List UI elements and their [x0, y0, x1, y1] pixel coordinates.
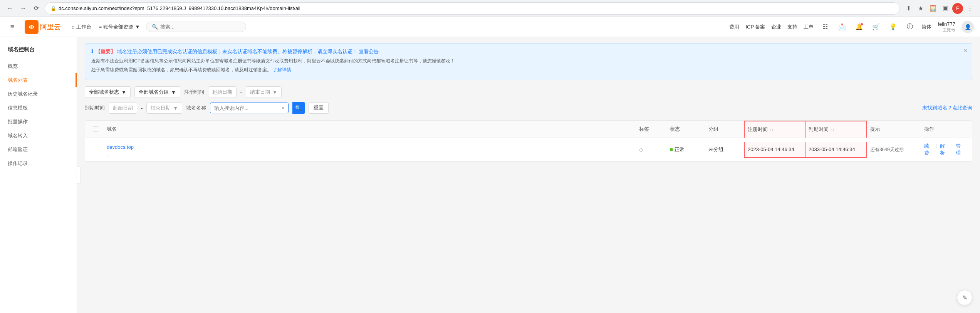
bulb-icon-btn[interactable]: 💡 — [888, 22, 898, 32]
sidebar-item-op-log[interactable]: 操作记录 — [0, 156, 77, 170]
row-status-cell: 正常 — [667, 141, 705, 158]
exp-end-date-picker[interactable]: 结束日期 ▼ — [146, 102, 182, 114]
share-button[interactable]: ⬆ — [903, 3, 914, 14]
help-icon-btn[interactable]: ⓘ — [904, 22, 915, 32]
row-checkbox[interactable] — [93, 147, 98, 152]
header-right: 费用 ICP 备案 企业 支持 工单 ☷ 📩 🔔 🛒 💡 ⓘ 简体 felin7… — [729, 21, 974, 33]
alert-close-button[interactable]: × — [964, 47, 967, 54]
exp-end-dropdown-icon: ▼ — [173, 105, 178, 111]
nav-enterprise[interactable]: 企业 — [771, 24, 781, 30]
sidebar-item-email-verify-label: 邮箱验证 — [8, 146, 28, 153]
reg-time-label: 注册时间 — [184, 89, 204, 96]
header-search[interactable]: 🔍 — [146, 22, 246, 32]
action-buttons: 续费 | 解析 | 管理 — [924, 143, 964, 156]
date-separator: - — [240, 89, 242, 95]
lock-icon: 🔒 — [50, 6, 56, 11]
col-exp-time: 到期时间 ↑↓ — [805, 121, 867, 138]
nav-support[interactable]: 支持 — [787, 24, 797, 30]
reg-end-date-label: 结束日期 — [250, 89, 270, 96]
sidebar-item-overview-label: 概览 — [8, 63, 18, 70]
exp-end-date-label: 结束日期 — [151, 104, 171, 111]
cart-icon-btn[interactable]: 🛒 — [871, 22, 881, 32]
avatar[interactable]: 👤 — [962, 21, 974, 33]
filter-bar: 全部域名状态 ▼ 全部域名分组 ▼ 注册时间 起始日期 - 结束日期 ▼ — [85, 86, 972, 98]
hamburger-button[interactable]: ≡ — [6, 21, 18, 33]
domain-search-input[interactable] — [214, 105, 279, 111]
manage-button[interactable]: 管理 — [956, 143, 964, 156]
search-icon: 🔍 — [152, 24, 158, 30]
row-hint-cell: 还有3649天过期 — [867, 142, 921, 158]
col-domain: 域名 — [104, 121, 636, 138]
address-bar[interactable]: 🔒 dc.console.aliyun.com/next/index?spm=5… — [45, 2, 900, 15]
search-clear-button[interactable]: × — [281, 105, 284, 111]
alert-view-notice-link[interactable]: 查看公告 — [359, 49, 379, 54]
resolve-button[interactable]: 解析 — [940, 143, 948, 156]
table-header: 域名 标签 状态 分组 注册时间 ↑↓ — [85, 121, 972, 138]
sidebar-item-domain-transfer[interactable]: 域名转入 — [0, 129, 77, 143]
collapse-sidebar-button[interactable]: ‹ — [77, 167, 81, 183]
group-filter[interactable]: 全部域名分组 ▼ — [134, 86, 180, 98]
nav-workbench[interactable]: ⌂ 工作台 — [72, 24, 91, 30]
logo-icon — [25, 20, 39, 34]
domain-link[interactable]: devdocs.top — [107, 144, 633, 150]
row-domain-cell: devdocs.top _ — [104, 140, 636, 160]
reg-time-sort-icon[interactable]: ↑↓ — [769, 127, 774, 132]
exp-time-sort-icon[interactable]: ↑↓ — [830, 127, 834, 132]
sidebar-item-info-template-label: 信息模板 — [8, 104, 28, 111]
logo-text: 阿里云 — [40, 22, 61, 32]
svg-point-0 — [31, 26, 32, 28]
reload-button[interactable]: ⟳ — [31, 3, 42, 14]
email-icon-btn[interactable]: 📩 — [837, 22, 847, 32]
header-checkbox[interactable] — [93, 126, 98, 132]
notification-dot — [861, 23, 863, 25]
sidebar-item-email-verify[interactable]: 邮箱验证 — [0, 143, 77, 156]
nav-icp[interactable]: ICP 备案 — [745, 24, 765, 30]
user-info[interactable]: felin777 主账号 — [938, 21, 955, 33]
browser-chrome: ← → ⟳ 🔒 dc.console.aliyun.com/next/index… — [0, 0, 980, 17]
edit-float-button[interactable]: ✎ — [957, 290, 972, 305]
reset-button[interactable]: 重置 — [309, 102, 329, 114]
bookmark-button[interactable]: ★ — [915, 3, 926, 14]
search-button[interactable]: 🔍 — [292, 102, 305, 114]
sidebar-item-bulk-ops[interactable]: 批量操作 — [0, 115, 77, 129]
col-tag: 标签 — [636, 121, 667, 138]
sidebar-item-overview[interactable]: 概览 — [0, 59, 77, 73]
nav-cost[interactable]: 费用 — [729, 24, 739, 30]
search-input[interactable] — [160, 24, 240, 30]
status-filter[interactable]: 全部域名状态 ▼ — [85, 86, 131, 98]
exp-start-date-picker[interactable]: 起始日期 — [109, 102, 137, 114]
grid-icon-btn[interactable]: ☷ — [820, 22, 831, 32]
nav-workbench-label: 工作台 — [76, 24, 91, 30]
nav-workorder[interactable]: 工单 — [804, 24, 814, 30]
status-text: 正常 — [675, 146, 685, 153]
sidebar-item-domain-list[interactable]: 域名列表 — [0, 73, 77, 87]
forward-button[interactable]: → — [18, 3, 29, 14]
group-filter-label: 全部域名分组 — [139, 89, 169, 96]
tab-button[interactable]: ▣ — [940, 3, 951, 14]
exp-start-date-label: 起始日期 — [113, 104, 133, 111]
menu-button[interactable]: ⋮ — [965, 3, 975, 14]
alert-important-text: 【重要】 — [96, 49, 116, 54]
bell-icon-btn[interactable]: 🔔 — [854, 22, 864, 32]
profile-button[interactable]: F — [952, 3, 963, 14]
lang-switch[interactable]: 简体 — [921, 24, 931, 30]
renew-button[interactable]: 续费 — [924, 143, 933, 156]
col-checkbox — [90, 121, 104, 138]
nav-resources[interactable]: ≡ 账号全部资源 ▼ — [99, 24, 140, 30]
logo-area[interactable]: 阿里云 — [25, 20, 61, 34]
reg-start-date-label: 起始日期 — [212, 89, 232, 96]
alert-banner: ℹ 【重要】 域名注册必须使用已完成实名认证的信息模板；未实名认证域名不能续费、… — [85, 43, 972, 80]
reg-start-date-picker[interactable]: 起始日期 — [208, 86, 237, 98]
reg-end-date-picker[interactable]: 结束日期 ▼ — [246, 86, 282, 98]
alert-learn-more-link[interactable]: 了解详情 — [273, 67, 291, 72]
status-filter-dropdown-icon: ▼ — [121, 89, 126, 95]
not-found-link[interactable]: 未找到域名？点此查询 — [922, 104, 972, 111]
back-button[interactable]: ← — [5, 3, 15, 14]
browser-toolbar-right: ⬆ ★ 🧮 ▣ F ⋮ — [903, 3, 975, 14]
extensions-button[interactable]: 🧮 — [928, 3, 938, 14]
domain-table: 域名 标签 状态 分组 注册时间 ↑↓ — [85, 120, 972, 162]
url-text: dc.console.aliyun.com/next/index?spm=517… — [59, 5, 894, 11]
col-tag-label: 标签 — [639, 126, 649, 133]
sidebar-item-info-template[interactable]: 信息模板 — [0, 101, 77, 115]
sidebar-item-history[interactable]: 历史域名记录 — [0, 87, 77, 101]
